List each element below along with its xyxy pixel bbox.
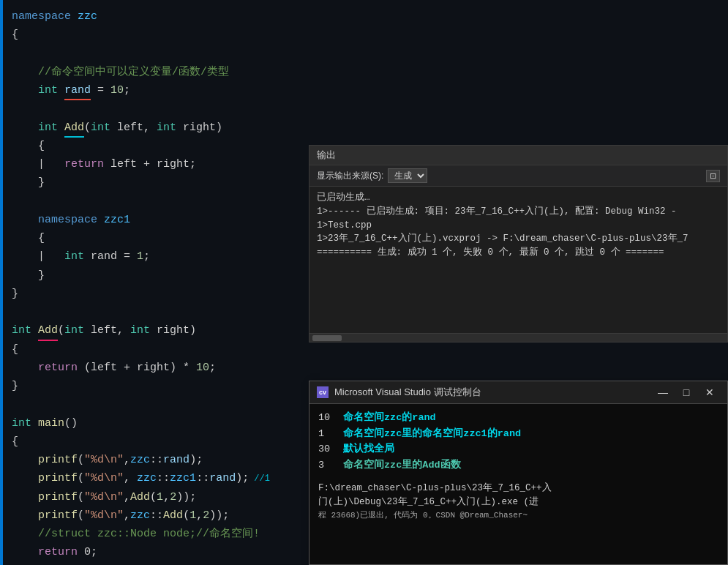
scrollbar-thumb[interactable]	[312, 335, 342, 341]
output-line-3: 1>Test.cpp	[317, 219, 720, 233]
output-line-5: ========== 生成: 成功 1 个, 失败 0 个, 最新 0 个, 跳…	[317, 246, 720, 260]
output-toolbar[interactable]: 显示输出来源(S): 生成 ⊡	[309, 165, 727, 187]
console-output-2: 1 命名空间zzc里的命名空间zzc1的rand	[318, 426, 718, 442]
output-panel: 输出 显示输出来源(S): 生成 ⊡ 已启动生成… 1>------ 已启动生成…	[309, 145, 728, 343]
output-icon-btn[interactable]: ⊡	[706, 170, 720, 182]
close-button[interactable]: ✕	[699, 385, 720, 400]
console-output-3: 30 默认找全局	[318, 441, 718, 457]
output-source-label: 显示输出来源(S):	[317, 170, 383, 182]
keyword-namespace: namespace	[12, 8, 71, 25]
output-line-2: 1>------ 已启动生成: 项目: 23年_7_16_C++入门(上), 配…	[317, 205, 720, 219]
vs-icon: cv	[317, 386, 329, 398]
output-header: 输出	[309, 146, 727, 165]
code-line-3	[0, 45, 728, 63]
maximize-button[interactable]: □	[676, 385, 697, 400]
console-output-4: 3 命名空间zzc里的Add函数	[318, 457, 718, 474]
code-line-fn1: int Add(int left, int right)	[0, 119, 728, 137]
console-title-left: cv Microsoft Visual Studio 调试控制台	[317, 386, 481, 399]
output-content: 已启动生成… 1>------ 已启动生成: 项目: 23年_7_16_C++入…	[309, 187, 727, 264]
console-content: 10 命名空间zzc的rand 1 命名空间zzc里的命名空间zzc1的rand…	[309, 404, 727, 479]
output-scrollbar[interactable]	[309, 333, 727, 342]
debug-console: cv Microsoft Visual Studio 调试控制台 — □ ✕ 1…	[309, 381, 728, 565]
output-title: 输出	[317, 149, 336, 162]
code-line-14: {	[0, 340, 728, 359]
console-titlebar: cv Microsoft Visual Studio 调试控制台 — □ ✕	[309, 381, 727, 404]
console-footer-line1: F:\dream_chaser\C-plus-plus\23年_7_16_C++…	[318, 482, 718, 495]
output-source-select[interactable]: 生成	[388, 168, 427, 183]
console-footer: F:\dream_chaser\C-plus-plus\23年_7_16_C++…	[309, 479, 727, 523]
console-title: Microsoft Visual Studio 调试控制台	[334, 386, 481, 399]
code-line-comment1: //命令空间中可以定义变量/函数/类型	[0, 63, 728, 81]
output-line-4: 1>23年_7_16_C++入门(上).vcxproj -> F:\dream_…	[317, 232, 720, 246]
code-line-1: namespace zzc	[0, 7, 728, 26]
console-footer-line3: 程 23668)已退出, 代码为 0。CSDN @Dream_Chaser~	[318, 509, 718, 522]
code-line-var1: int rand = 10;	[0, 81, 728, 100]
console-output-1: 10 命名空间zzc的rand	[318, 410, 718, 426]
console-controls[interactable]: — □ ✕	[653, 385, 720, 400]
code-line-2: {	[0, 26, 728, 44]
console-footer-line2: 门(上)\Debug\23年_7_16_C++入门(上).exe (进	[318, 495, 718, 509]
minimize-button[interactable]: —	[653, 385, 673, 400]
output-line-1: 已启动生成…	[317, 191, 720, 205]
code-line-4	[0, 100, 728, 118]
code-line-15: return (left + right) * 10;	[0, 359, 728, 377]
